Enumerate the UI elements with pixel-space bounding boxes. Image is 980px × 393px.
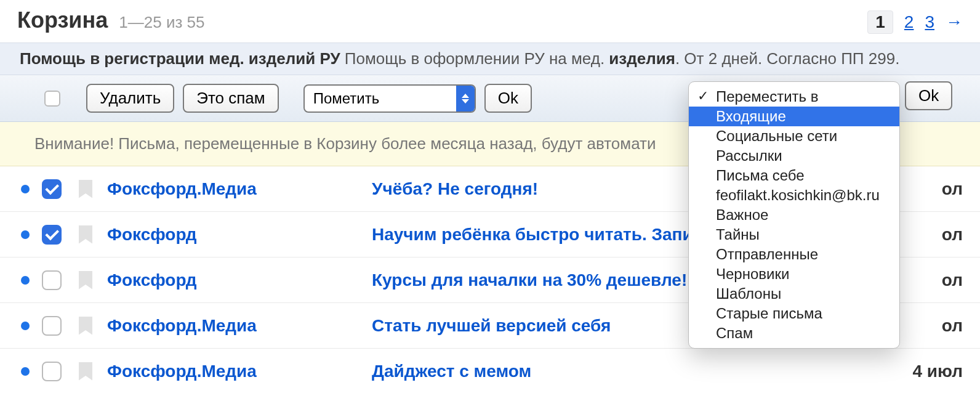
move-dropdown-item[interactable]: Письма себе	[689, 166, 899, 185]
row-checkbox[interactable]	[42, 179, 62, 199]
ad-banner[interactable]: Помощь в регистрации мед. изделий РУ Пом…	[0, 43, 980, 75]
unread-dot-icon	[21, 367, 30, 376]
delete-button[interactable]: Удалить	[86, 84, 174, 113]
move-dropdown-item[interactable]: Отправленные	[689, 245, 899, 264]
move-dropdown-item[interactable]: Переместить в	[689, 87, 899, 107]
row-checkbox[interactable]	[42, 270, 62, 290]
move-dropdown-item[interactable]: Социальные сети	[689, 126, 899, 146]
move-dropdown-item[interactable]: Тайны	[689, 225, 899, 245]
page-range: 1—25 из 55	[119, 13, 204, 32]
unread-dot-icon	[21, 322, 30, 330]
unread-dot-icon	[21, 230, 30, 239]
ad-text: Помощь в оформлении РУ на мед.	[340, 49, 609, 68]
move-dropdown-item[interactable]: Рассылки	[689, 146, 899, 166]
move-dropdown-item[interactable]: Спам	[689, 323, 899, 343]
spam-button[interactable]: Это спам	[183, 84, 278, 113]
move-dropdown-item[interactable]: Входящие	[689, 107, 899, 126]
pagination: 1 2 3 →	[867, 10, 963, 34]
move-dropdown-item[interactable]: feofilakt.kosichkin@bk.ru	[689, 185, 899, 205]
sender[interactable]: Фоксфорд	[107, 270, 372, 290]
subject[interactable]: Дайджест с мемом	[372, 362, 883, 381]
page-link-3[interactable]: 3	[925, 12, 934, 32]
move-ok-button[interactable]: Ok	[905, 81, 952, 110]
flag-icon[interactable]	[79, 271, 92, 290]
page-next-arrow-icon[interactable]: →	[946, 12, 963, 32]
date: 4 июл	[883, 362, 963, 381]
sender[interactable]: Фоксфорд.Медиа	[107, 362, 372, 381]
tag-select-label: Пометить	[313, 90, 380, 107]
select-all-checkbox[interactable]	[44, 91, 60, 107]
page-title: Корзина	[17, 7, 108, 33]
sender[interactable]: Фоксфорд.Медиа	[107, 179, 372, 199]
flag-icon[interactable]	[79, 317, 92, 335]
row-checkbox[interactable]	[42, 225, 62, 245]
tag-ok-button[interactable]: Ok	[484, 84, 532, 113]
move-dropdown-item[interactable]: Шаблоны	[689, 284, 899, 304]
flag-icon[interactable]	[79, 225, 92, 244]
ad-text2: . От 2 дней. Согласно ПП 299.	[675, 49, 899, 68]
ad-text-bold2: изделия	[609, 49, 675, 68]
row-checkbox[interactable]	[42, 316, 62, 336]
move-dropdown-item[interactable]: Важное	[689, 205, 899, 225]
unread-dot-icon	[21, 276, 30, 285]
unread-dot-icon	[21, 185, 30, 193]
page-current: 1	[867, 10, 893, 34]
mail-row[interactable]: Фоксфорд.МедиаДайджест с мемом4 июл	[0, 349, 980, 393]
ad-text-bold: Помощь в регистрации мед. изделий РУ	[20, 49, 340, 68]
sender[interactable]: Фоксфорд	[107, 225, 372, 245]
row-checkbox[interactable]	[42, 362, 62, 381]
page-link-2[interactable]: 2	[904, 12, 914, 32]
move-dropdown-item[interactable]: Старые письма	[689, 304, 899, 323]
flag-icon[interactable]	[79, 180, 92, 198]
tag-select[interactable]: Пометить	[303, 84, 476, 113]
sender[interactable]: Фоксфорд.Медиа	[107, 316, 372, 336]
select-arrow-icon	[456, 86, 475, 111]
flag-icon[interactable]	[79, 362, 92, 381]
move-dropdown-item[interactable]: Черновики	[689, 264, 899, 284]
move-dropdown[interactable]: Переместить вВходящиеСоциальные сетиРасс…	[688, 81, 900, 349]
